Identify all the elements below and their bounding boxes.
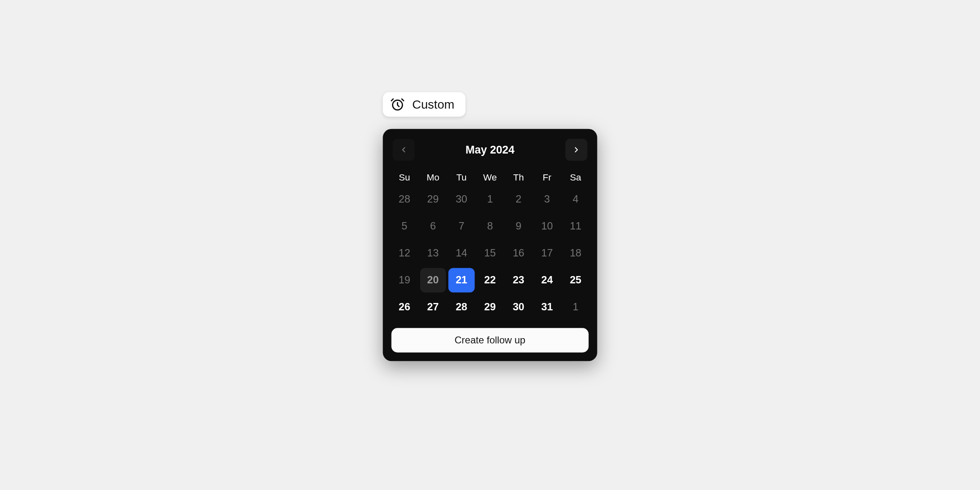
weekday-label: Sa [563, 168, 589, 187]
calendar-day[interactable]: 14 [448, 241, 474, 265]
weekday-label: We [477, 168, 503, 187]
calendar-day[interactable]: 31 [534, 295, 560, 319]
calendar-day[interactable]: 24 [534, 268, 560, 292]
calendar-day[interactable]: 12 [392, 241, 418, 265]
calendar-day[interactable]: 29 [420, 187, 446, 212]
weekday-label: Su [392, 168, 418, 187]
custom-chip-label: Custom [412, 98, 454, 112]
calendar-day[interactable]: 22 [477, 268, 503, 292]
calendar-day[interactable]: 1 [477, 187, 503, 212]
calendar-days-grid: 2829301234567891011121314151617181920212… [392, 187, 589, 319]
calendar-day[interactable]: 30 [448, 187, 474, 212]
calendar-day[interactable]: 2 [506, 187, 532, 212]
calendar-day[interactable]: 28 [448, 295, 474, 319]
weekday-label: Fr [534, 168, 560, 187]
weekday-label: Tu [448, 168, 474, 187]
weekday-label: Th [506, 168, 532, 187]
calendar-header: May 2024 [392, 138, 589, 162]
chevron-left-icon [399, 145, 408, 154]
calendar-day[interactable]: 4 [563, 187, 589, 212]
calendar-day[interactable]: 30 [506, 295, 532, 319]
calendar-weekday-row: Su Mo Tu We Th Fr Sa [392, 168, 589, 187]
calendar-day[interactable]: 21 [448, 268, 474, 292]
calendar-day[interactable]: 9 [506, 214, 532, 238]
calendar-day[interactable]: 13 [420, 241, 446, 265]
calendar-day[interactable]: 17 [534, 241, 560, 265]
alarm-clock-icon [390, 97, 405, 112]
chevron-right-icon [572, 145, 581, 154]
calendar-day[interactable]: 8 [477, 214, 503, 238]
weekday-label: Mo [420, 168, 446, 187]
next-month-button[interactable] [566, 139, 588, 161]
calendar-day[interactable]: 29 [477, 295, 503, 319]
calendar-day[interactable]: 16 [506, 241, 532, 265]
calendar-popover: May 2024 Su Mo Tu We Th Fr Sa 2829301234… [383, 129, 597, 361]
calendar-day[interactable]: 3 [534, 187, 560, 212]
calendar-day[interactable]: 20 [420, 268, 446, 292]
calendar-day[interactable]: 23 [506, 268, 532, 292]
calendar-month-label: May 2024 [466, 143, 514, 156]
calendar-day[interactable]: 6 [420, 214, 446, 238]
calendar-day[interactable]: 26 [392, 295, 418, 319]
calendar-day[interactable]: 7 [448, 214, 474, 238]
calendar-day[interactable]: 19 [392, 268, 418, 292]
calendar-day[interactable]: 10 [534, 214, 560, 238]
calendar-day[interactable]: 5 [392, 214, 418, 238]
calendar-day[interactable]: 27 [420, 295, 446, 319]
prev-month-button[interactable] [393, 139, 415, 161]
calendar-day[interactable]: 25 [563, 268, 589, 292]
calendar-day[interactable]: 18 [563, 241, 589, 265]
calendar-day[interactable]: 15 [477, 241, 503, 265]
calendar-day[interactable]: 28 [392, 187, 418, 212]
calendar-day[interactable]: 11 [563, 214, 589, 238]
calendar-day[interactable]: 1 [563, 295, 589, 319]
create-follow-up-button[interactable]: Create follow up [392, 328, 589, 352]
custom-chip[interactable]: Custom [383, 92, 466, 117]
